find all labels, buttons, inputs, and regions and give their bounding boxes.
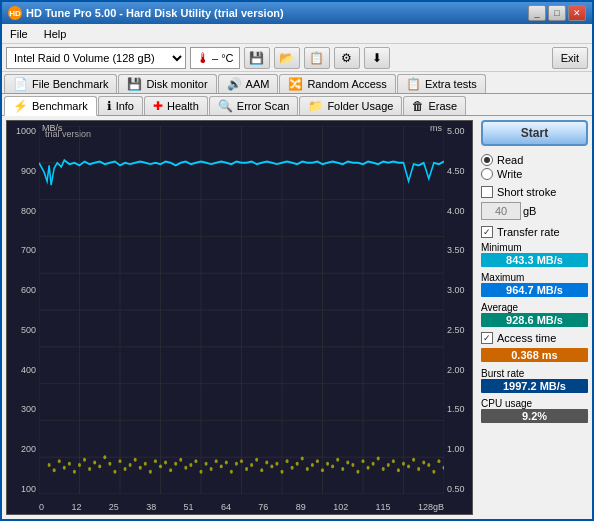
tab-aam[interactable]: 🔊 AAM bbox=[218, 74, 279, 93]
window-title: HD Tune Pro 5.00 - Hard Disk Utility (tr… bbox=[26, 7, 284, 19]
tabs-row2: ⚡ Benchmark ℹ Info ✚ Health 🔍 Error Scan… bbox=[2, 94, 592, 116]
title-bar: HD HD Tune Pro 5.00 - Hard Disk Utility … bbox=[2, 2, 592, 24]
svg-point-44 bbox=[159, 464, 162, 468]
svg-point-32 bbox=[98, 464, 101, 468]
tab-file-benchmark[interactable]: 📄 File Benchmark bbox=[4, 74, 117, 93]
tab-error-scan[interactable]: 🔍 Error Scan bbox=[209, 96, 299, 115]
average-value: 928.6 MB/s bbox=[481, 313, 588, 327]
settings-btn[interactable]: ⚙ bbox=[334, 47, 360, 69]
tabs-row1-container: 📄 File Benchmark 💾 Disk monitor 🔊 AAM 🔀 … bbox=[2, 72, 592, 94]
read-label: Read bbox=[497, 154, 523, 166]
svg-point-93 bbox=[407, 464, 410, 468]
svg-point-64 bbox=[260, 468, 263, 472]
health-icon: ✚ bbox=[153, 99, 163, 113]
main-window: HD HD Tune Pro 5.00 - Hard Disk Utility … bbox=[0, 0, 594, 521]
svg-point-22 bbox=[48, 463, 51, 467]
gb-label: gB bbox=[523, 205, 536, 217]
save-btn[interactable]: 💾 bbox=[244, 47, 270, 69]
access-time-checkbox[interactable] bbox=[481, 332, 493, 344]
cpu-usage-label: CPU usage bbox=[481, 398, 532, 409]
svg-point-42 bbox=[149, 470, 152, 474]
error-scan-icon: 🔍 bbox=[218, 99, 233, 113]
aam-icon: 🔊 bbox=[227, 77, 242, 91]
open-btn[interactable]: 📂 bbox=[274, 47, 300, 69]
minimum-stat: Minimum 843.3 MB/s bbox=[481, 242, 588, 267]
cpu-usage-value: 9.2% bbox=[481, 409, 588, 423]
download-btn[interactable]: ⬇ bbox=[364, 47, 390, 69]
start-button[interactable]: Start bbox=[481, 120, 588, 146]
close-button[interactable]: ✕ bbox=[568, 5, 586, 21]
tab-random-access[interactable]: 🔀 Random Access bbox=[279, 74, 395, 93]
svg-point-31 bbox=[93, 460, 96, 464]
svg-point-47 bbox=[174, 462, 177, 466]
extra-tests-icon: 📋 bbox=[406, 77, 421, 91]
cpu-usage-stat: CPU usage 9.2% bbox=[481, 398, 588, 423]
chart-y-labels-left: 1000 900 800 700 600 500 400 300 200 100 bbox=[7, 126, 39, 494]
svg-point-87 bbox=[377, 457, 380, 461]
tab-disk-monitor[interactable]: 💾 Disk monitor bbox=[118, 74, 216, 93]
content-area: MB/s ms trial version 1000 900 800 700 6… bbox=[2, 116, 592, 519]
tab-info-label: Info bbox=[116, 100, 134, 112]
tab-benchmark[interactable]: ⚡ Benchmark bbox=[4, 96, 97, 116]
menu-file[interactable]: File bbox=[6, 27, 32, 41]
tab-erase[interactable]: 🗑 Erase bbox=[403, 96, 466, 115]
svg-point-82 bbox=[351, 463, 354, 467]
svg-point-66 bbox=[270, 464, 273, 468]
tab-extra-tests[interactable]: 📋 Extra tests bbox=[397, 74, 486, 93]
svg-point-89 bbox=[387, 463, 390, 467]
svg-point-49 bbox=[184, 466, 187, 470]
chart-y-labels-right: 5.00 4.50 4.00 3.50 3.00 2.50 2.00 1.50 … bbox=[444, 126, 472, 494]
svg-point-69 bbox=[286, 459, 289, 463]
copy-btn[interactable]: 📋 bbox=[304, 47, 330, 69]
svg-point-96 bbox=[422, 460, 425, 464]
tab-health[interactable]: ✚ Health bbox=[144, 96, 208, 115]
burst-rate-value: 1997.2 MB/s bbox=[481, 379, 588, 393]
svg-point-40 bbox=[139, 466, 142, 470]
tab-folder-usage[interactable]: 📁 Folder Usage bbox=[299, 96, 402, 115]
drive-select[interactable]: Intel Raid 0 Volume (128 gB) bbox=[6, 47, 186, 69]
toolbar: Intel Raid 0 Volume (128 gB) 🌡 – °C 💾 📂 … bbox=[2, 44, 592, 72]
svg-point-86 bbox=[372, 462, 375, 466]
tab-info[interactable]: ℹ Info bbox=[98, 96, 143, 115]
right-panel: Start Read Write Short stroke gB bbox=[477, 116, 592, 519]
svg-point-43 bbox=[154, 459, 157, 463]
svg-point-99 bbox=[437, 459, 440, 463]
svg-point-70 bbox=[291, 466, 294, 470]
maximize-button[interactable]: □ bbox=[548, 5, 566, 21]
gb-input[interactable] bbox=[481, 202, 521, 220]
maximum-stat: Maximum 964.7 MB/s bbox=[481, 272, 588, 297]
read-radio[interactable] bbox=[481, 154, 493, 166]
svg-point-98 bbox=[432, 470, 435, 474]
exit-button[interactable]: Exit bbox=[552, 47, 588, 69]
write-label: Write bbox=[497, 168, 522, 180]
menu-help[interactable]: Help bbox=[40, 27, 71, 41]
tab-folder-usage-label: Folder Usage bbox=[327, 100, 393, 112]
minimize-button[interactable]: _ bbox=[528, 5, 546, 21]
svg-point-92 bbox=[402, 462, 405, 466]
svg-point-81 bbox=[346, 460, 349, 464]
tab-health-label: Health bbox=[167, 100, 199, 112]
tab-erase-label: Erase bbox=[428, 100, 457, 112]
temp-display: 🌡 – °C bbox=[190, 47, 240, 69]
svg-point-51 bbox=[194, 459, 197, 463]
chart-svg bbox=[39, 126, 444, 494]
svg-point-24 bbox=[58, 459, 61, 463]
disk-monitor-icon: 💾 bbox=[127, 77, 142, 91]
svg-point-84 bbox=[361, 459, 364, 463]
svg-point-79 bbox=[336, 458, 339, 462]
tabs-row1: 📄 File Benchmark 💾 Disk monitor 🔊 AAM 🔀 … bbox=[2, 72, 592, 94]
svg-point-60 bbox=[240, 459, 243, 463]
svg-point-94 bbox=[412, 458, 415, 462]
svg-point-50 bbox=[189, 463, 192, 467]
tab-random-access-label: Random Access bbox=[307, 78, 386, 90]
svg-point-75 bbox=[316, 459, 319, 463]
svg-point-76 bbox=[321, 468, 324, 472]
svg-point-73 bbox=[306, 467, 309, 471]
write-radio[interactable] bbox=[481, 168, 493, 180]
svg-point-52 bbox=[199, 470, 202, 474]
tab-error-scan-label: Error Scan bbox=[237, 100, 290, 112]
transfer-rate-checkbox[interactable] bbox=[481, 226, 493, 238]
svg-point-62 bbox=[250, 463, 253, 467]
short-stroke-checkbox[interactable] bbox=[481, 186, 493, 198]
svg-point-54 bbox=[210, 467, 213, 471]
